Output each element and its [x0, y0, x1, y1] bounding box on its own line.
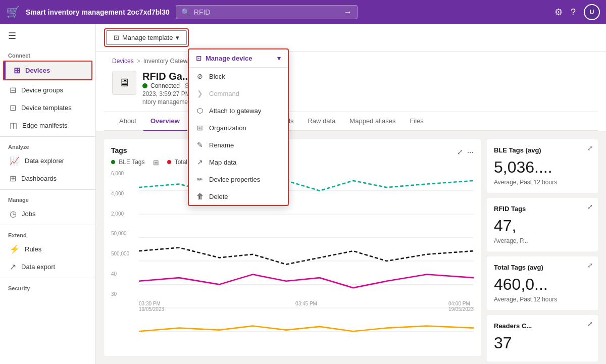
manage-device-icon: ⊡	[196, 55, 201, 62]
dropdown-item-device-properties[interactable]: ✏ Device properties	[189, 171, 288, 188]
organization-icon: ⊞	[196, 124, 204, 132]
avatar[interactable]: U	[584, 4, 600, 20]
sidebar-item-rules[interactable]: ⚡ Rules	[0, 240, 95, 258]
command-icon: ❯	[196, 89, 204, 97]
sidebar-item-devices[interactable]: ⊞ Devices	[4, 62, 91, 79]
data-explorer-icon: 📈	[10, 156, 20, 166]
rules-icon: ⚡	[10, 244, 20, 254]
rename-icon: ✎	[196, 141, 204, 149]
sidebar-item-device-groups[interactable]: ⊟ Device groups	[0, 81, 95, 99]
search-bar: 🔍 RFID →	[176, 5, 358, 19]
dashboards-icon: ⊞	[10, 174, 16, 183]
device-groups-icon: ⊟	[10, 85, 16, 95]
device-templates-icon: ⊡	[10, 103, 16, 113]
organization-label: Organization	[209, 124, 246, 132]
device-properties-label: Device properties	[209, 176, 260, 183]
sidebar-item-jobs[interactable]: ◷ Jobs	[0, 205, 95, 223]
delete-label: Delete	[209, 193, 228, 200]
delete-icon: 🗑	[196, 192, 204, 200]
devices-icon: ⊞	[14, 66, 20, 75]
settings-icon[interactable]: ⚙	[554, 7, 563, 18]
help-icon[interactable]: ?	[571, 7, 576, 18]
sidebar-item-data-export[interactable]: ↗ Data export	[0, 258, 95, 276]
sidebar-item-devices-label: Devices	[25, 67, 50, 74]
sidebar-section-extend: Extend	[0, 227, 95, 240]
header-icons: ⚙ ? U	[554, 4, 600, 20]
sidebar-item-device-templates[interactable]: ⊡ Device templates	[0, 99, 95, 117]
search-arrow-icon[interactable]: →	[344, 8, 352, 17]
attach-gateway-label: Attach to gateway	[209, 107, 261, 115]
dropdown-item-delete[interactable]: 🗑 Delete	[189, 188, 288, 205]
sidebar-item-device-groups-label: Device groups	[21, 86, 63, 94]
layout: ☰ Connect ⊞ Devices ⊟ Device groups ⊡ De…	[0, 24, 606, 364]
dropdown-container: ⊡ Manage device ▾ ⊘ Block ❯ Command ⬡	[188, 48, 289, 206]
sidebar-item-dashboards[interactable]: ⊞ Dashboards	[0, 170, 95, 187]
sidebar-section-connect: Connect	[0, 47, 95, 61]
manage-device-label: Manage device	[206, 55, 252, 62]
map-data-label: Map data	[209, 159, 236, 166]
sidebar-section-manage: Manage	[0, 192, 95, 205]
dropdown-item-block[interactable]: ⊘ Block	[189, 68, 288, 85]
sidebar-section-security: Security	[0, 280, 95, 293]
sidebar-item-jobs-label: Jobs	[22, 210, 35, 218]
hamburger-menu[interactable]: ☰	[0, 24, 95, 47]
attach-gateway-icon: ⬡	[196, 107, 204, 115]
search-input[interactable]: RFID	[194, 8, 340, 16]
search-icon: 🔍	[181, 8, 190, 16]
manage-device-chevron: ▾	[277, 55, 281, 62]
dropdown-item-rename[interactable]: ✎ Rename	[189, 136, 288, 153]
sidebar-item-data-explorer[interactable]: 📈 Data explorer	[0, 152, 95, 170]
command-label: Command	[209, 90, 239, 97]
sidebar-item-edge-manifests-label: Edge manifests	[22, 122, 68, 129]
device-properties-icon: ✏	[196, 175, 204, 183]
manage-device-header[interactable]: ⊡ Manage device ▾	[189, 49, 288, 68]
dropdown-item-organization[interactable]: ⊞ Organization	[189, 119, 288, 136]
sidebar-item-dashboards-label: Dashboards	[21, 175, 57, 182]
block-icon: ⊘	[196, 72, 204, 80]
app-title: Smart inventory management 2oc7xd7bl30	[26, 8, 170, 16]
map-data-icon: ↗	[196, 158, 204, 166]
manage-device-dropdown: ⊡ Manage device ▾ ⊘ Block ❯ Command ⬡	[188, 48, 289, 206]
block-label: Block	[209, 73, 225, 80]
edge-manifests-icon: ◫	[10, 121, 17, 130]
dropdown-overlay: ⊡ Manage device ▾ ⊘ Block ❯ Command ⬡	[96, 24, 606, 364]
dropdown-item-map-data[interactable]: ↗ Map data	[189, 153, 288, 171]
sidebar-item-data-explorer-label: Data explorer	[25, 157, 64, 165]
dropdown-item-attach-gateway[interactable]: ⬡ Attach to gateway	[189, 102, 288, 119]
sidebar-section-analyze: Analyze	[0, 139, 95, 152]
data-export-icon: ↗	[10, 262, 16, 272]
sidebar: ☰ Connect ⊞ Devices ⊟ Device groups ⊡ De…	[0, 24, 96, 364]
header: 🛒 Smart inventory management 2oc7xd7bl30…	[0, 0, 606, 24]
sidebar-item-device-templates-label: Device templates	[21, 104, 72, 112]
main-content: ⊡ Manage template ▾ Devices > Inventory …	[96, 24, 606, 364]
dropdown-item-command: ❯ Command	[189, 85, 288, 102]
sidebar-item-rules-label: Rules	[25, 245, 41, 253]
sidebar-item-data-export-label: Data export	[21, 263, 55, 271]
sidebar-item-edge-manifests[interactable]: ◫ Edge manifests	[0, 117, 95, 134]
app-logo-icon: 🛒	[6, 6, 20, 19]
rename-label: Rename	[209, 141, 234, 149]
jobs-icon: ◷	[10, 209, 17, 219]
